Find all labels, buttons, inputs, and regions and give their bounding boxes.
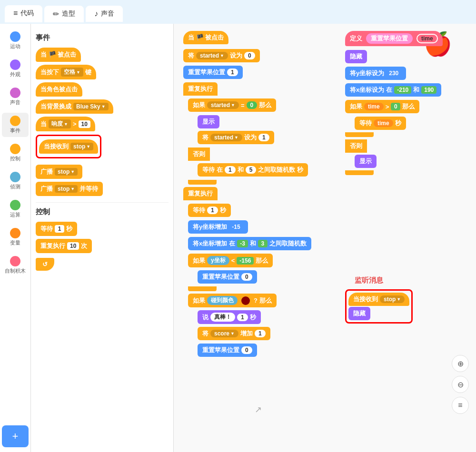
canvas-if-close2	[188, 286, 217, 291]
canvas-receive-stop-hat[interactable]: 当接收到 stop	[348, 293, 409, 307]
sidebar-item-events[interactable]: 事件	[2, 113, 29, 137]
sidebar-item-sensing[interactable]: 侦测	[2, 169, 29, 193]
repeat-block[interactable]: 重复执行 10 次	[36, 237, 169, 255]
canvas-if-time-gt0[interactable]: 如果 time > 0 那么	[345, 100, 419, 113]
sidebar-item-operators[interactable]: 运算	[2, 197, 29, 221]
panel-divider	[36, 202, 169, 203]
canvas-set-x[interactable]: 将x坐标设为 在 -210 和 190	[345, 83, 441, 97]
loop-block[interactable]: ↺	[36, 256, 169, 272]
canvas-area[interactable]: 🍎 当 🏴 被点击 将 started 设为 0 重置苹果位置 1	[174, 24, 476, 452]
broadcast-dropdown[interactable]: stop	[55, 168, 78, 176]
receive-block-highlighted: 当接收到 stop	[36, 135, 101, 158]
repeat-value[interactable]: 10	[67, 242, 79, 250]
if-color-label: 碰到颜色	[207, 296, 238, 305]
tab-sound[interactable]: ♪ 声音	[86, 6, 123, 22]
operators-dot	[10, 200, 20, 210]
zoom-out-button[interactable]: ⊖	[452, 376, 469, 393]
add-block-button[interactable]: +	[2, 425, 29, 447]
tab-sound-label: 声音	[101, 10, 114, 18]
y-change-val: -15	[229, 223, 243, 231]
if-time-val: 0	[391, 103, 400, 110]
if-started-dropdown[interactable]: started	[207, 101, 239, 109]
sprite-click-block[interactable]: 当角色被点击	[36, 81, 169, 98]
broadcast-block[interactable]: 广播 stop	[36, 163, 169, 180]
receive-block[interactable]: 当接收到 stop	[39, 138, 98, 155]
broadcast-wait-dropdown[interactable]: stop	[55, 185, 78, 193]
canvas-set-started-1[interactable]: 将 started 设为 1	[198, 131, 274, 144]
canvas-if-started-0[interactable]: 如果 started = 0 那么	[188, 98, 276, 112]
x-set-max: 190	[421, 86, 436, 94]
zoom-reset-button[interactable]: ≡	[452, 397, 469, 414]
tab-costume-label: 造型	[62, 10, 75, 18]
wait-value[interactable]: 1	[55, 225, 64, 233]
canvas-reset-apple-0-2[interactable]: 重置苹果位置 0	[198, 344, 257, 357]
broadcast-label: 广播	[40, 167, 53, 176]
canvas-define-reset[interactable]: 定义 重置苹果位置 time	[345, 31, 443, 46]
canvas-stop-dropdown[interactable]: stop	[380, 295, 405, 303]
repeat-unit: 次	[81, 242, 87, 250]
sound-icon: ♪	[94, 10, 98, 18]
canvas-set-y[interactable]: 将y坐标设为 230	[345, 67, 406, 80]
canvas-if-y-lt[interactable]: 如果 y坐标 < -156 那么	[188, 254, 273, 267]
receive-dropdown[interactable]: stop	[70, 143, 93, 150]
sidebar-item-variables[interactable]: 变量	[2, 225, 29, 249]
sidebar-item-sound[interactable]: 声音	[2, 85, 29, 109]
canvas-reset-apple-0[interactable]: 重置苹果位置 0	[198, 270, 257, 284]
canvas-repeat2-header[interactable]: 重复执行	[183, 187, 218, 200]
val-1-1: 1	[227, 69, 238, 76]
canvas-flag-hat[interactable]: 当 🏴 被点击	[183, 31, 228, 44]
backdrop-dropdown[interactable]: Blue Sky	[73, 103, 109, 110]
sidebar-item-custom[interactable]: 自制积木	[2, 253, 29, 277]
var-started-1-dropdown[interactable]: started	[210, 134, 242, 141]
sensing-dot	[10, 172, 20, 182]
x-rand-min: -3	[237, 240, 248, 247]
repeat-label: 重复执行	[40, 242, 65, 250]
sensor-value[interactable]: 10	[79, 120, 90, 128]
define-time-param: time	[416, 34, 438, 43]
events-section-title: 事件	[36, 33, 169, 42]
receive-label: 当接收到	[44, 142, 69, 151]
canvas-if-color[interactable]: 如果 碰到颜色 ? 那么	[188, 294, 277, 307]
sidebar-item-motion[interactable]: 运动	[2, 29, 29, 53]
canvas-show-2[interactable]: 显示	[355, 155, 377, 168]
backdrop-switch-block[interactable]: 当背景换成 Blue Sky	[36, 98, 169, 115]
canvas-change-x[interactable]: 将x坐标增加 在 -3 和 3 之间取随机数	[188, 237, 311, 250]
var-started-dropdown[interactable]: started	[196, 52, 228, 59]
canvas-change-score[interactable]: 将 score 增加 1	[198, 327, 270, 340]
rand-max: 5	[246, 166, 257, 174]
sidebar-item-looks[interactable]: 外观	[2, 57, 29, 81]
zoom-reset-icon: ≡	[458, 401, 462, 410]
canvas-show-1[interactable]: 显示	[198, 115, 219, 128]
canvas-annotation: 监听消息	[355, 276, 383, 285]
canvas-change-y[interactable]: 将y坐标增加 -15	[188, 220, 248, 234]
canvas-wait-1[interactable]: 等待 1 秒	[188, 204, 231, 217]
code-icon: ≡	[13, 9, 18, 18]
zoom-in-button[interactable]: ⊕	[452, 355, 469, 372]
canvas-wait-time[interactable]: 等待 time 秒	[355, 117, 406, 130]
if-y-val: -156	[237, 257, 254, 265]
tab-costume[interactable]: ✏ 造型	[44, 6, 84, 22]
sensor-block[interactable]: 当 响度 > 10	[36, 115, 169, 133]
say-text: 真棒！	[210, 313, 235, 322]
canvas-repeat-header[interactable]: 重复执行	[183, 82, 218, 96]
zoom-out-icon: ⊖	[457, 380, 464, 389]
canvas-wait-random[interactable]: 等待 在 1 和 5 之间取随机数 秒	[198, 163, 308, 177]
keypress-block[interactable]: 当按下 空格 键	[36, 63, 169, 81]
tab-code[interactable]: ≡ 代码	[5, 5, 42, 22]
sidebar-item-sound-label: 声音	[10, 99, 20, 106]
score-dropdown[interactable]: score	[210, 330, 238, 337]
canvas-reset-apple-1[interactable]: 重置苹果位置 1	[183, 66, 243, 79]
key-dropdown[interactable]: 空格	[61, 68, 83, 77]
broadcast-wait-block[interactable]: 广播 stop 并等待	[36, 180, 169, 197]
canvas-set-started-0[interactable]: 将 started 设为 0	[183, 49, 260, 62]
broadcast-wait-suffix: 并等待	[79, 185, 98, 193]
sensor-dropdown[interactable]: 响度	[49, 119, 71, 128]
sidebar-item-motion-label: 运动	[10, 43, 20, 50]
flag-click-block[interactable]: 当 🏴 被点击	[36, 46, 169, 63]
canvas-hide-stop[interactable]: 隐藏	[348, 307, 409, 320]
canvas-say[interactable]: 说 真棒！ 1 秒	[198, 310, 261, 324]
wait-label: 等待	[40, 225, 53, 233]
canvas-hide-1[interactable]: 隐藏	[345, 50, 367, 63]
wait-block[interactable]: 等待 1 秒	[36, 220, 169, 237]
sidebar-item-control[interactable]: 控制	[2, 141, 29, 165]
